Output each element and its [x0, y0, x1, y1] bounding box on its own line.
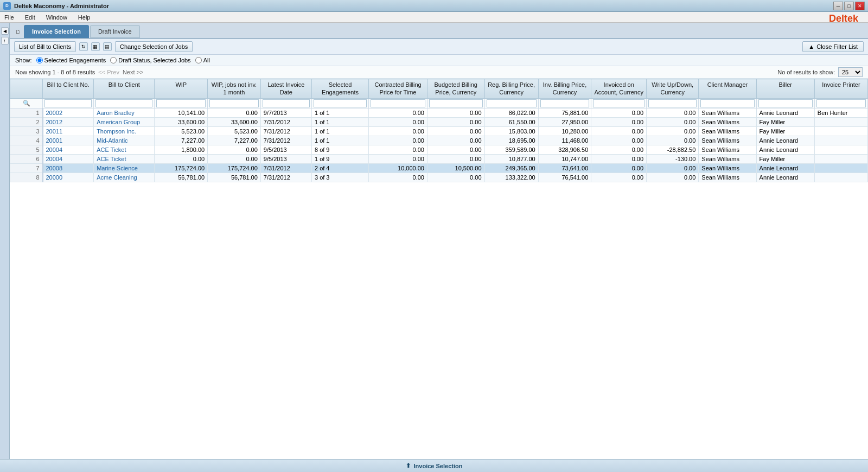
- menu-edit[interactable]: Edit: [23, 13, 37, 22]
- logo-name: Deltek: [829, 13, 858, 23]
- menu-window[interactable]: Window: [44, 13, 69, 22]
- app-icon: D: [3, 2, 11, 10]
- close-button[interactable]: ✕: [855, 2, 865, 10]
- window-controls: ─ □ ✕: [833, 2, 865, 10]
- menu-bar: File Edit Window Help: [0, 12, 868, 23]
- menu-file[interactable]: File: [2, 13, 16, 22]
- title-bar: D Deltek Maconomy - Administrator ─ □ ✕: [0, 0, 868, 12]
- minimize-button[interactable]: ─: [833, 2, 843, 10]
- maximize-button[interactable]: □: [844, 2, 854, 10]
- menu-help[interactable]: Help: [76, 13, 93, 22]
- window-title: Deltek Maconomy - Administrator: [14, 3, 109, 9]
- logo: Deltek Know more.Do more.™: [825, 12, 863, 23]
